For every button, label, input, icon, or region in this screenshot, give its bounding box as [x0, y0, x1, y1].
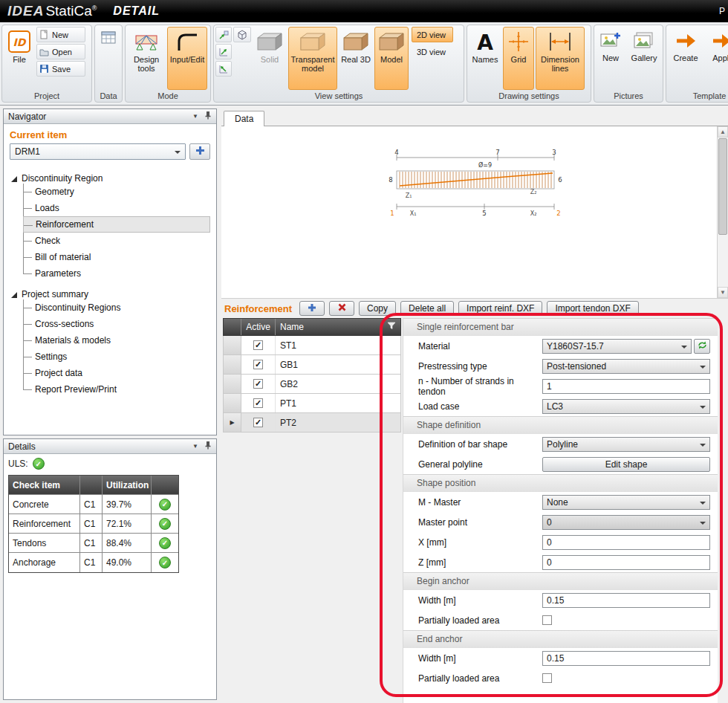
- pin-icon[interactable]: [204, 111, 212, 122]
- picture-new-button[interactable]: New: [596, 27, 625, 90]
- panel-menu-chevron-icon[interactable]: ▼: [192, 113, 198, 120]
- bar-shape-combobox[interactable]: Polyline: [542, 437, 710, 452]
- drawing-canvas[interactable]: 4 7 3 Ø=9 8 6 Z₁ Z₂ 1 X₁ 5 X₂ 2 ▲ ▼: [221, 126, 728, 299]
- canvas-vertical-scrollbar[interactable]: ▲ ▼: [717, 126, 728, 298]
- delete-reinforcement-button[interactable]: [329, 301, 354, 316]
- transparent-model-button[interactable]: Transparent model: [288, 27, 337, 90]
- tree-node-project-summary[interactable]: Project summary: [10, 282, 210, 299]
- table-row-pt1[interactable]: ✓ PT1: [223, 394, 401, 413]
- tab-data[interactable]: Data: [224, 111, 264, 126]
- import-reinf-dxf-button[interactable]: Import reinf. DXF: [458, 301, 542, 316]
- current-item-label: Current item: [10, 129, 210, 140]
- panel-menu-chevron-icon[interactable]: ▼: [192, 443, 198, 450]
- scroll-up-arrow[interactable]: ▲: [718, 126, 728, 137]
- property-row-master-point: Master point 0: [403, 512, 718, 532]
- grid-button[interactable]: Grid: [503, 27, 534, 90]
- table-row: Concrete C1 39.7% ✓: [9, 495, 178, 514]
- tree-node-discontinuity-region[interactable]: Discontinuity Region: [10, 166, 210, 184]
- input-edit-button[interactable]: Input/Edit: [167, 27, 207, 90]
- current-item-combobox[interactable]: DRM1: [10, 143, 186, 160]
- master-point-combobox[interactable]: 0: [542, 515, 710, 530]
- axis-option-1-button[interactable]: [215, 27, 232, 42]
- dim-label-2: 2: [556, 210, 560, 217]
- load-case-combobox[interactable]: LC3: [542, 399, 710, 414]
- z-mm-input[interactable]: 0: [542, 555, 710, 570]
- solid-view-button[interactable]: Solid: [253, 27, 287, 90]
- copy-button[interactable]: Copy: [359, 301, 396, 316]
- active-checkbox[interactable]: ✓: [253, 360, 263, 369]
- ribbon-group-label-template: Template: [666, 91, 728, 102]
- tree-item-bill-of-material[interactable]: Bill of material: [23, 249, 210, 265]
- open-button[interactable]: Open: [36, 44, 85, 59]
- import-tendon-dxf-button[interactable]: Import tendon DXF: [547, 301, 638, 316]
- end-partially-loaded-checkbox[interactable]: [542, 673, 552, 683]
- ribbon-group-mode: Design tools Input/Edit Mode: [125, 25, 211, 103]
- property-row-begin-width: Width [m] 0.15: [403, 590, 718, 610]
- cube-view-button[interactable]: [233, 27, 251, 42]
- 3d-view-button[interactable]: 3D view: [412, 44, 453, 59]
- material-refresh-button[interactable]: [694, 339, 710, 354]
- ribbon: ID File New Open: [0, 22, 728, 106]
- new-button[interactable]: New: [36, 27, 85, 42]
- file-button[interactable]: ID File: [4, 27, 35, 90]
- ribbon-group-drawing-settings: A Names Grid Dimension lines Drawing set…: [467, 25, 591, 103]
- filter-funnel-icon[interactable]: [387, 322, 396, 332]
- delete-all-button[interactable]: Delete all: [400, 301, 454, 316]
- table-row-gb1[interactable]: ✓ GB1: [223, 355, 401, 375]
- 2d-view-button[interactable]: 2D view: [412, 27, 453, 42]
- tree-item-check[interactable]: Check: [23, 233, 210, 249]
- tree-item-report-preview-print[interactable]: Report Preview/Print: [23, 381, 210, 398]
- tree-item-reinforcement[interactable]: Reinforcement: [23, 216, 210, 233]
- create-arrow-icon: [675, 30, 697, 51]
- table-row-gb2[interactable]: ✓ GB2: [223, 375, 401, 394]
- template-apply-button[interactable]: Apply: [705, 27, 728, 90]
- property-row-begin-partially-loaded: Partially loaded area: [403, 610, 718, 630]
- green-arrow-axis-icon: [218, 64, 229, 74]
- active-checkbox[interactable]: ✓: [253, 340, 263, 350]
- strand-count-input[interactable]: 1: [542, 379, 710, 394]
- pin-icon[interactable]: [204, 441, 212, 452]
- tree-item-materials-models[interactable]: Materials & models: [23, 332, 210, 349]
- prestressing-type-combobox[interactable]: Post-tensioned: [542, 359, 710, 374]
- design-tools-icon: [134, 30, 159, 53]
- tree-item-loads[interactable]: Loads: [23, 200, 210, 216]
- tree-item-project-data[interactable]: Project data: [23, 365, 210, 381]
- save-button[interactable]: Save: [36, 61, 85, 77]
- table-row-st1[interactable]: ✓ ST1: [223, 336, 401, 355]
- gallery-button[interactable]: Gallery: [627, 27, 661, 90]
- material-combobox[interactable]: Y1860S7-15.7: [542, 339, 692, 354]
- active-checkbox[interactable]: ✓: [253, 418, 263, 427]
- active-checkbox[interactable]: ✓: [253, 398, 263, 408]
- end-anchor-width-input[interactable]: 0.15: [542, 651, 710, 666]
- active-checkbox[interactable]: ✓: [253, 379, 263, 389]
- begin-partially-loaded-checkbox[interactable]: [542, 615, 552, 625]
- model-view-button[interactable]: Model: [374, 27, 409, 90]
- real-3d-button[interactable]: Real 3D: [339, 27, 373, 90]
- add-reinforcement-button[interactable]: [299, 301, 325, 316]
- axis-option-3-button[interactable]: [215, 61, 232, 77]
- add-item-button[interactable]: [189, 143, 210, 160]
- table-row-pt2-selected[interactable]: ▶ ✓ PT2: [223, 413, 401, 433]
- x-mm-input[interactable]: 0: [542, 535, 710, 550]
- tree-item-geometry[interactable]: Geometry: [23, 184, 210, 200]
- tree-item-cross-sections[interactable]: Cross-sections: [23, 316, 210, 332]
- begin-anchor-width-input[interactable]: 0.15: [542, 593, 710, 608]
- axis-option-2-button[interactable]: [215, 44, 232, 59]
- plus-icon: [308, 303, 316, 314]
- names-button[interactable]: A Names: [469, 27, 501, 90]
- x1-label: X₁: [410, 210, 417, 217]
- edit-shape-button[interactable]: Edit shape: [542, 457, 710, 472]
- scroll-down-arrow[interactable]: ▼: [718, 287, 728, 298]
- tree-item-discontinuity-regions[interactable]: Discontinuity Regions: [23, 299, 210, 316]
- dimension-lines-button[interactable]: Dimension lines: [536, 27, 585, 90]
- save-floppy-icon: [39, 64, 49, 74]
- data-tool-button[interactable]: [97, 27, 120, 90]
- dimension-lines-icon: [547, 30, 573, 53]
- tree-item-settings[interactable]: Settings: [23, 349, 210, 365]
- column-header-name: Name: [276, 319, 400, 335]
- master-combobox[interactable]: None: [542, 495, 710, 510]
- template-create-button[interactable]: Create: [668, 27, 703, 90]
- design-tools-button[interactable]: Design tools: [127, 27, 166, 90]
- tree-item-parameters[interactable]: Parameters: [23, 265, 210, 282]
- scrollbar-thumb[interactable]: [718, 138, 727, 235]
